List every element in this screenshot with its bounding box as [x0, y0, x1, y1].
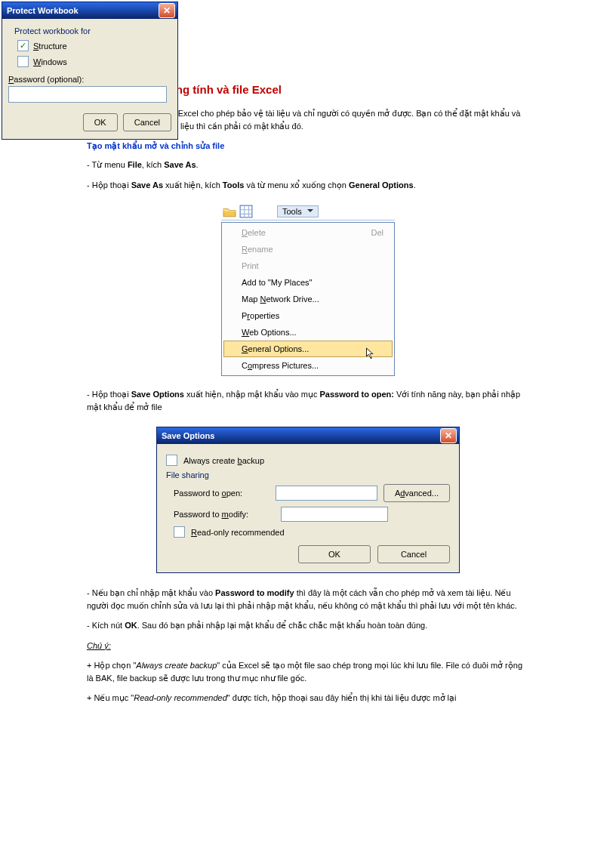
- tools-menu-figure: Tools DeleteDel Rename Print Add to "My …: [221, 203, 395, 376]
- svg-rect-0: [240, 205, 252, 217]
- password-open-input[interactable]: [276, 486, 377, 501]
- dialog-title: Protect Workbook: [7, 6, 79, 15]
- paragraph: + Nếu mục "Read-only recommended" được t…: [87, 692, 529, 705]
- save-options-dialog: Save Options ✕ Always create backup File…: [156, 427, 460, 573]
- checkbox-checked-icon: ✓: [17, 40, 29, 51]
- password-input[interactable]: [8, 86, 167, 103]
- password-modify-input[interactable]: [281, 507, 388, 522]
- menu-item-compress-pictures[interactable]: Compress Pictures...: [223, 357, 393, 374]
- password-modify-row: Password to modify:: [166, 507, 450, 522]
- paragraph: + Hộp chọn "Always create backup" của Ex…: [87, 659, 529, 684]
- section-heading: Tạo mật khẩu mở và chỉnh sửa file: [87, 141, 529, 151]
- paragraph: - Kích nút OK. Sau đó bạn phải nhập lại …: [87, 619, 529, 632]
- saveas-toolbar: Tools: [221, 203, 395, 220]
- menu-item-print: Print: [223, 257, 393, 274]
- file-sharing-label: File sharing: [166, 470, 450, 480]
- dialog-titlebar: Save Options ✕: [157, 427, 459, 444]
- password-label: Password (optional):: [8, 75, 171, 84]
- menu-item-general-options[interactable]: General Options...: [223, 341, 393, 357]
- folder-icon: [223, 205, 236, 218]
- password-open-row: Password to open: Advanced...: [166, 484, 450, 502]
- password-modify-label: Password to modify:: [174, 510, 272, 519]
- menu-item-add-places[interactable]: Add to "My Places": [223, 274, 393, 291]
- grid-icon: [239, 205, 253, 218]
- dialog-titlebar: Protect Workbook ✕: [2, 2, 177, 19]
- paragraph: - Nếu bạn chỉ nhập mật khẩu vào Password…: [87, 587, 529, 612]
- menu-item-properties[interactable]: Properties: [223, 307, 393, 324]
- ok-button[interactable]: OK: [83, 113, 118, 131]
- checkbox-icon: [17, 56, 29, 67]
- checkbox-icon: [166, 455, 177, 466]
- paragraph: - Hộp thoại Save As xuất hiện, kích Tool…: [87, 179, 529, 192]
- tools-dropdown-menu: DeleteDel Rename Print Add to "My Places…: [221, 222, 395, 376]
- structure-label: Structure: [33, 42, 67, 51]
- windows-checkbox-row[interactable]: Windows: [17, 56, 171, 67]
- menu-item-delete: DeleteDel: [223, 224, 393, 241]
- menu-item-web-options[interactable]: Web Options...: [223, 324, 393, 341]
- paragraph: - Từ menu File, kích Save As.: [87, 159, 529, 171]
- windows-label: Windows: [33, 57, 67, 66]
- advanced-button[interactable]: Advanced...: [383, 484, 450, 502]
- protect-workbook-dialog: Protect Workbook ✕ Protect workbook for …: [2, 2, 178, 140]
- group-label: Protect workbook for: [14, 26, 165, 35]
- backup-label: Always create backup: [183, 456, 264, 465]
- dialog-title: Save Options: [162, 431, 214, 440]
- cancel-button[interactable]: Cancel: [377, 545, 450, 563]
- tools-button[interactable]: Tools: [277, 205, 319, 217]
- note-label: Chú ý:: [87, 640, 529, 652]
- cancel-button[interactable]: Cancel: [123, 113, 171, 131]
- menu-item-rename: Rename: [223, 241, 393, 257]
- password-open-label: Password to open:: [174, 489, 266, 498]
- close-icon[interactable]: ✕: [159, 3, 175, 18]
- ok-button[interactable]: OK: [298, 545, 371, 563]
- menu-item-map-netdrive[interactable]: Map Network Drive...: [223, 291, 393, 307]
- backup-checkbox-row[interactable]: Always create backup: [166, 455, 450, 466]
- readonly-label: Read-only recommended: [191, 528, 285, 537]
- structure-checkbox-row[interactable]: ✓ Structure: [17, 40, 171, 51]
- readonly-checkbox-row[interactable]: Read-only recommended: [166, 526, 450, 538]
- close-icon[interactable]: ✕: [440, 428, 457, 443]
- paragraph: - Hộp thoại Save Options xuất hiện, nhập…: [87, 388, 529, 413]
- checkbox-icon: [174, 526, 185, 538]
